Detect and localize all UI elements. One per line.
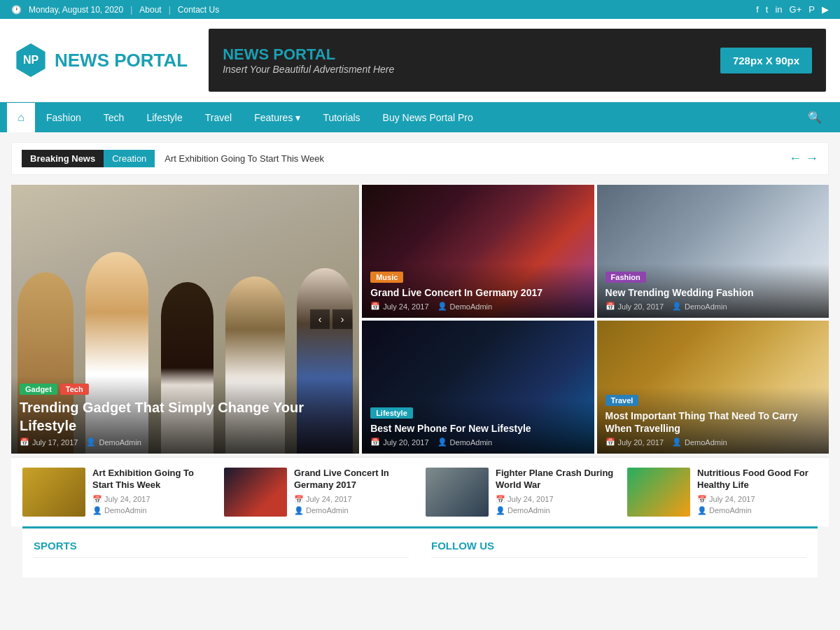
sports-title: SPORTS xyxy=(34,540,409,558)
fashion-overlay: Fashion New Trending Wedding Fashion 📅 J… xyxy=(597,264,829,318)
nav-tech[interactable]: Tech xyxy=(92,104,136,132)
article-meta-2: 📅 July 24, 2017 👤 DemoAdmin xyxy=(496,495,616,515)
music-tag[interactable]: Music xyxy=(370,272,403,283)
slider-prev-button[interactable]: ‹ xyxy=(310,309,330,329)
breaking-arrows: ← → xyxy=(789,151,818,166)
lifestyle-tag[interactable]: Lifestyle xyxy=(370,407,413,419)
fashion-title: New Trending Wedding Fashion xyxy=(606,286,820,299)
featured-cell-travel[interactable]: Travel Most Important Thing That Need To… xyxy=(597,321,829,454)
travel-meta: 📅 July 20, 2017 👤 DemoAdmin xyxy=(606,438,820,447)
logo-hex: NP xyxy=(14,43,48,77)
article-card-0[interactable]: Art Exhibition Going To Start This Week … xyxy=(22,468,213,517)
nav-lifestyle[interactable]: Lifestyle xyxy=(135,104,193,132)
tech-tag[interactable]: Tech xyxy=(60,384,89,395)
ad-size-button[interactable]: 728px X 90px xyxy=(720,48,812,74)
article-thumb-1 xyxy=(224,468,287,517)
slider-next-button[interactable]: › xyxy=(332,309,352,329)
logo[interactable]: NP NEWS PORTAL xyxy=(14,43,188,77)
nav-fashion[interactable]: Fashion xyxy=(35,104,92,132)
contact-link[interactable]: Contact Us xyxy=(178,5,219,15)
linkedin-icon[interactable]: in xyxy=(775,4,782,15)
article-info-2: Fighter Plane Crash During World War 📅 J… xyxy=(496,468,616,517)
featured-main[interactable]: ‹ › Gadget Tech Trending Gadget That Sim… xyxy=(11,185,359,454)
featured-cell-phone[interactable]: Lifestyle Best New Phone For New Lifesty… xyxy=(362,321,594,454)
featured-cell-concert[interactable]: Music Grand Live Concert In Germany 2017… xyxy=(362,185,594,318)
breaking-news-bar: Breaking News Creation Art Exhibition Go… xyxy=(11,142,829,175)
navigation: ⌂ Fashion Tech Lifestyle Travel Features… xyxy=(0,102,840,132)
breaking-label: Breaking News xyxy=(22,150,104,167)
calendar-icon: 📅 xyxy=(20,438,29,447)
nav-buy-pro[interactable]: Buy News Portal Pro xyxy=(372,104,484,132)
fashion-meta: 📅 July 20, 2017 👤 DemoAdmin xyxy=(606,302,820,311)
concert-overlay: Music Grand Live Concert In Germany 2017… xyxy=(362,264,594,318)
article-meta-0: 📅 July 24, 2017 👤 DemoAdmin xyxy=(92,495,213,515)
article-title-3: Nutritious Food Good For Healthy Life xyxy=(697,468,818,491)
article-title-1: Grand Live Concert In Germany 2017 xyxy=(294,468,414,491)
logo-news: NEWS xyxy=(55,50,109,71)
article-thumb-0 xyxy=(22,468,85,517)
logo-text: NEWS PORTAL xyxy=(55,50,188,71)
article-thumb-2 xyxy=(426,468,489,517)
article-thumb-3 xyxy=(627,468,690,517)
nav-travel[interactable]: Travel xyxy=(194,104,243,132)
breaking-tag: Creation xyxy=(104,150,155,167)
pinterest-icon[interactable]: P xyxy=(808,4,815,15)
article-info-3: Nutritious Food Good For Healthy Life 📅 … xyxy=(697,468,818,517)
googleplus-icon[interactable]: G+ xyxy=(790,4,802,15)
top-bar-left: 🕐 Monday, August 10, 2020 | About | Cont… xyxy=(11,5,219,15)
clock-icon: 🕐 xyxy=(11,5,22,15)
article-card-3[interactable]: Nutritious Food Good For Healthy Life 📅 … xyxy=(627,468,818,517)
follow-section: FOLLOW US xyxy=(420,526,818,578)
twitter-icon[interactable]: t xyxy=(766,4,769,15)
main-title: Trending Gadget That Simply Change Your … xyxy=(20,398,351,435)
ad-title: NEWS PORTAL xyxy=(223,46,394,64)
home-nav-button[interactable]: ⌂ xyxy=(7,103,35,132)
facebook-icon[interactable]: f xyxy=(756,4,759,15)
header: NP NEWS PORTAL NEWS PORTAL Insert Your B… xyxy=(0,19,840,102)
chevron-down-icon: ▾ xyxy=(295,112,300,123)
bottom-articles: Art Exhibition Going To Start This Week … xyxy=(11,456,829,526)
logo-portal: PORTAL xyxy=(114,50,188,71)
date-text: Monday, August 10, 2020 xyxy=(29,5,123,15)
top-bar: 🕐 Monday, August 10, 2020 | About | Cont… xyxy=(0,0,840,19)
article-title-2: Fighter Plane Crash During World War xyxy=(496,468,616,491)
article-card-2[interactable]: Fighter Plane Crash During World War 📅 J… xyxy=(426,468,616,517)
main-tags: Gadget Tech xyxy=(20,383,351,398)
phone-overlay: Lifestyle Best New Phone For New Lifesty… xyxy=(362,400,594,454)
ad-banner[interactable]: NEWS PORTAL Insert Your Beautiful Advert… xyxy=(209,29,826,92)
article-info-1: Grand Live Concert In Germany 2017 📅 Jul… xyxy=(294,468,414,517)
about-link[interactable]: About xyxy=(139,5,161,15)
user-icon: 👤 xyxy=(86,438,96,447)
article-meta-1: 📅 July 24, 2017 👤 DemoAdmin xyxy=(294,495,414,515)
gadget-tag[interactable]: Gadget xyxy=(20,384,57,395)
youtube-icon[interactable]: ▶ xyxy=(822,4,829,15)
search-icon[interactable]: 🔍 xyxy=(797,102,833,132)
travel-title: Most Important Thing That Need To Carry … xyxy=(606,410,820,435)
social-icons: f t in G+ P ▶ xyxy=(756,4,829,15)
article-title-0: Art Exhibition Going To Start This Week xyxy=(92,468,213,491)
article-card-1[interactable]: Grand Live Concert In Germany 2017 📅 Jul… xyxy=(224,468,414,517)
phone-meta: 📅 July 20, 2017 👤 DemoAdmin xyxy=(370,438,585,447)
nav-tutorials[interactable]: Tutorials xyxy=(312,104,371,132)
main-overlay: Gadget Tech Trending Gadget That Simply … xyxy=(11,376,359,454)
main-content: ‹ › Gadget Tech Trending Gadget That Sim… xyxy=(0,185,840,589)
article-meta-3: 📅 July 24, 2017 👤 DemoAdmin xyxy=(697,495,818,515)
featured-cell-fashion[interactable]: Fashion New Trending Wedding Fashion 📅 J… xyxy=(597,185,829,318)
phone-title: Best New Phone For New Lifestyle xyxy=(370,422,585,435)
featured-grid: ‹ › Gadget Tech Trending Gadget That Sim… xyxy=(11,185,829,454)
logo-letters: NP xyxy=(23,54,38,66)
travel-overlay: Travel Most Important Thing That Need To… xyxy=(597,387,829,454)
concert-title: Grand Live Concert In Germany 2017 xyxy=(370,286,585,299)
travel-tag[interactable]: Travel xyxy=(606,395,639,406)
fashion-tag[interactable]: Fashion xyxy=(606,272,646,283)
follow-title: FOLLOW US xyxy=(431,540,806,558)
sports-section: SPORTS xyxy=(22,526,420,578)
slider-arrows: ‹ › xyxy=(310,309,352,329)
nav-features[interactable]: Features ▾ xyxy=(243,104,312,132)
breaking-next-arrow[interactable]: → xyxy=(806,151,818,166)
concert-meta: 📅 July 24, 2017 👤 DemoAdmin xyxy=(370,302,585,311)
ad-subtitle: Insert Your Beautiful Advertisment Here xyxy=(223,64,394,75)
breaking-prev-arrow[interactable]: ← xyxy=(789,151,802,166)
footer-sections: SPORTS FOLLOW US xyxy=(22,526,818,578)
article-info-0: Art Exhibition Going To Start This Week … xyxy=(92,468,213,517)
